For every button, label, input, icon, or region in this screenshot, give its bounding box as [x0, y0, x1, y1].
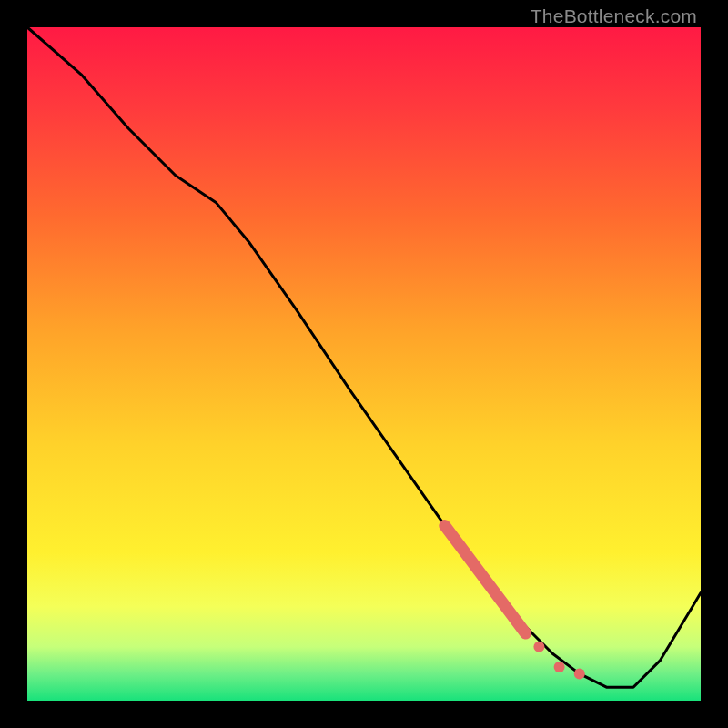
highlight-dot [554, 662, 565, 672]
chart-svg [27, 27, 701, 701]
highlight-dot [574, 668, 585, 679]
watermark-text: TheBottleneck.com [531, 5, 697, 27]
bottleneck-curve [27, 27, 701, 687]
highlight-segment [445, 526, 526, 633]
chart-frame [27, 27, 701, 701]
highlight-dot [533, 642, 544, 652]
